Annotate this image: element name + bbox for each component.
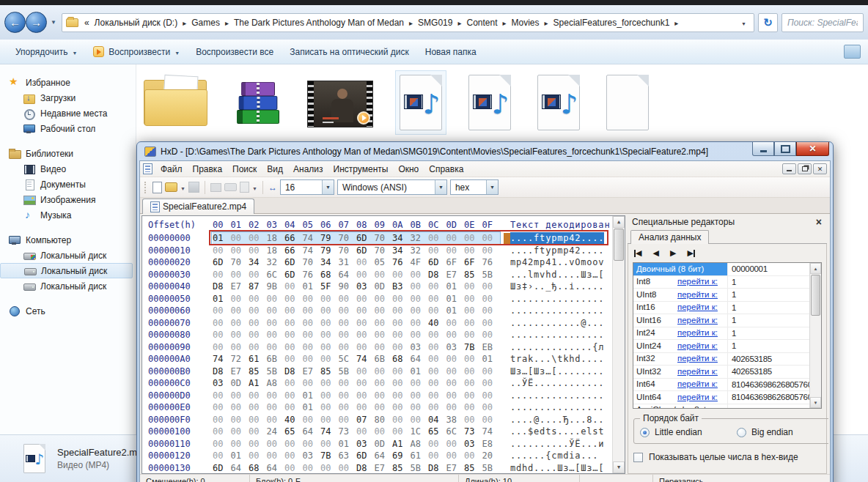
search-input[interactable] [781,13,864,32]
hex-byte[interactable]: B3 [392,281,411,293]
hex-byte[interactable]: 00 [339,329,357,341]
hex-byte[interactable]: 00 [375,390,393,402]
hex-byte[interactable]: 64 [231,462,249,475]
hex-byte[interactable]: D8 [356,462,375,475]
sidebar-item[interactable]: Видео [0,161,136,177]
hex-byte[interactable]: 00 [411,281,429,293]
hex-byte[interactable]: 00 [320,341,339,354]
hex-byte[interactable]: 00 [213,450,231,462]
hex-byte[interactable]: 38 [446,414,465,426]
decoded-text[interactable]: ................ [510,401,604,414]
hex-byte[interactable]: 00 [446,401,465,414]
hex-byte[interactable]: 00 [356,293,375,305]
hex-byte[interactable]: 00 [375,329,393,341]
hex-byte[interactable]: 00 [339,317,357,330]
goto-link[interactable]: перейти к: [677,352,718,366]
hex-byte[interactable]: 5C [339,353,357,366]
hex-byte[interactable]: E7 [446,269,465,281]
hex-byte[interactable]: 00 [231,232,249,245]
hex-byte[interactable]: 00 [320,390,339,402]
menu-item[interactable]: Справка [424,163,468,176]
sidebar-item[interactable]: Музыка [0,207,136,223]
hex-byte[interactable]: 00 [213,317,231,330]
hex-byte[interactable]: 00 [213,305,231,317]
toolbar-button[interactable]: Воспроизвести [85,43,188,61]
sidebar-group[interactable]: Избранное [0,75,136,90]
breadcrumb-item[interactable]: SMG019 [415,18,455,28]
decoded-text[interactable]: mp42mp41..vOmoov [510,256,604,269]
hex-byte[interactable]: 65 [284,426,303,438]
hex-byte[interactable]: 00 [267,329,285,341]
hex-byte[interactable]: 00 [320,353,339,366]
hex-byte[interactable]: 00 [482,245,501,257]
hex-byte[interactable]: 00 [231,293,249,305]
dropdown-icon[interactable] [435,180,446,194]
file-icon-blank[interactable] [602,70,653,135]
decoded-text[interactable]: ............@... [510,317,604,330]
hex-byte[interactable]: 00 [356,256,375,269]
hex-byte[interactable]: 00 [392,366,411,378]
hex-byte[interactable]: 00 [356,341,375,354]
sidebar-item[interactable]: Локальный диск [0,248,136,263]
hex-byte[interactable]: 00 [249,414,267,426]
hex-byte[interactable]: 00 [320,317,339,330]
hex-byte[interactable]: 00 [231,426,249,438]
export-dropdown-icon[interactable] [252,182,257,193]
hex-byte[interactable]: 00 [411,269,429,281]
hex-byte[interactable]: 6F [446,256,465,269]
hex-byte[interactable]: 9B [267,281,285,293]
hex-byte[interactable]: 00 [428,341,446,354]
file-icon-media[interactable]: ♪ [464,70,515,135]
hex-byte[interactable]: 00 [464,293,482,305]
hex-byte[interactable]: 00 [375,366,393,378]
hex-byte[interactable]: 34 [392,245,411,257]
hex-byte[interactable]: 00 [446,366,465,378]
hex-byte[interactable]: 00 [249,232,267,245]
hex-byte[interactable]: 00 [392,401,411,414]
hex-byte[interactable]: 00 [464,414,482,426]
goto-link[interactable]: перейти к: [677,391,718,404]
decoded-text[interactable]: ...$edts....elst [510,426,604,438]
hex-byte[interactable]: 00 [428,353,446,366]
save-button[interactable] [188,182,199,193]
hex-byte[interactable]: 00 [356,269,375,281]
hex-byte[interactable]: 00 [428,305,446,317]
decoded-text[interactable]: ......{cmdia... [510,450,598,462]
hex-byte[interactable]: 6D [356,232,375,245]
hex-byte[interactable]: 00 [411,414,429,426]
hex-byte[interactable]: 00 [482,390,501,402]
hex-byte[interactable]: 85 [464,462,482,475]
inspector-value[interactable]: 8104636986268057601 [727,379,809,391]
file-icon-video[interactable] [303,70,378,132]
hex-byte[interactable]: 00 [464,390,482,402]
back-button[interactable]: ← [4,12,26,33]
hex-byte[interactable]: 7B [464,341,482,354]
hex-byte[interactable]: 6C [267,269,285,281]
close-button[interactable] [796,142,829,156]
encoding-select[interactable]: Windows (ANSI) [337,179,447,195]
hex-byte[interactable]: 00 [446,353,465,366]
hex-byte[interactable]: 00 [267,341,285,354]
menu-item[interactable]: Анализ [288,163,328,176]
tab-data-analysis[interactable]: Анализ данных [630,230,709,244]
hex-byte[interactable]: 00 [284,341,303,354]
menu-item[interactable]: Окно [393,163,424,176]
minimize-button[interactable] [752,142,774,156]
big-endian-radio[interactable]: Big endian [737,427,828,437]
file-icon-folder[interactable] [139,70,213,133]
goto-link[interactable]: перейти к: [677,327,718,340]
hex-byte[interactable]: 68 [249,462,267,475]
hex-byte[interactable]: 00 [392,341,411,354]
hex-byte[interactable]: 00 [428,293,446,305]
hex-byte[interactable]: 00 [411,317,429,330]
hex-byte[interactable]: 00 [231,305,249,317]
hex-byte[interactable]: 76 [482,256,501,269]
hex-byte[interactable]: 00 [446,317,465,330]
hex-byte[interactable]: 00 [320,377,339,390]
sidebar-item[interactable]: Локальный диск [0,278,136,294]
hex-byte[interactable]: 00 [249,293,267,305]
decoded-text[interactable]: ...lmvhd....Шз…[ [510,269,604,281]
hex-byte[interactable]: 00 [464,232,482,245]
hex-byte[interactable]: 73 [339,426,357,438]
hex-scrollbar[interactable] [612,216,625,473]
